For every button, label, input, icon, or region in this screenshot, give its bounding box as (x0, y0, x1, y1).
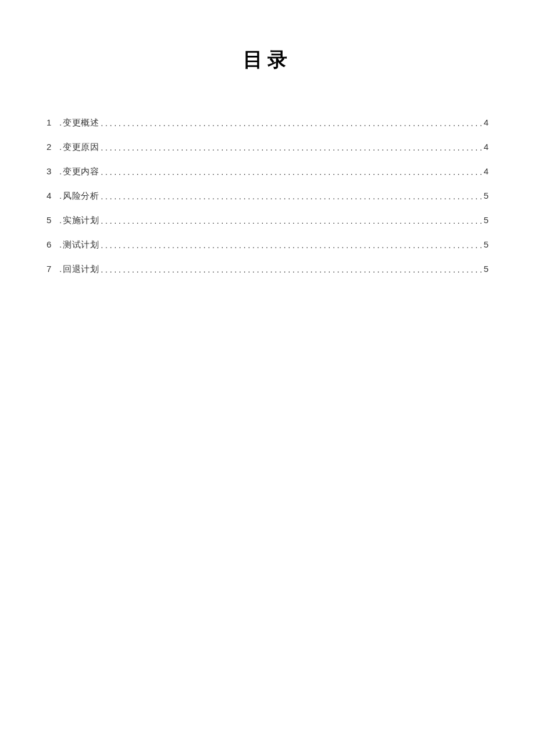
toc-leader (101, 117, 482, 129)
page-title: 目录 (0, 46, 535, 73)
toc-number: 3 (47, 165, 55, 177)
toc-label: 变更概述 (63, 117, 99, 129)
toc-leader (101, 214, 482, 227)
toc-leader (101, 263, 482, 275)
toc-leader (101, 141, 482, 153)
toc-number: 7 (47, 263, 55, 275)
toc-leader (101, 239, 482, 251)
toc-separator: . (59, 141, 62, 153)
toc-entry: 1 . 变更概述 4 (47, 116, 488, 129)
toc-number: 4 (47, 189, 55, 202)
toc-separator: . (59, 165, 62, 177)
toc-entry: 5 . 实施计划 5 (47, 214, 488, 227)
toc-entry: 3 . 变更内容 4 (47, 165, 488, 178)
table-of-contents: 1 . 变更概述 4 2 . 变更原因 4 3 . 变更内容 4 4 . 风险分… (0, 116, 535, 275)
toc-leader (101, 190, 482, 202)
toc-separator: . (59, 189, 62, 202)
toc-page-number: 5 (483, 214, 488, 226)
toc-label: 变更原因 (63, 141, 99, 153)
toc-page-number: 5 (483, 238, 488, 250)
toc-page-number: 4 (483, 165, 488, 177)
toc-number: 5 (47, 214, 55, 226)
toc-separator: . (59, 263, 62, 275)
toc-label: 实施计划 (63, 214, 99, 227)
toc-label: 变更内容 (63, 166, 99, 178)
toc-number: 1 (47, 116, 55, 128)
toc-entry: 4 . 风险分析 5 (47, 189, 488, 202)
toc-entry: 7 . 回退计划 5 (47, 263, 488, 275)
toc-page-number: 5 (483, 263, 488, 275)
toc-page-number: 5 (483, 189, 488, 202)
toc-separator: . (59, 116, 62, 128)
toc-separator: . (59, 238, 62, 250)
toc-separator: . (59, 214, 62, 226)
toc-label: 测试计划 (63, 239, 99, 251)
toc-number: 6 (47, 238, 55, 250)
toc-entry: 6 . 测试计划 5 (47, 238, 488, 251)
toc-page-number: 4 (483, 141, 488, 153)
toc-leader (101, 166, 482, 178)
toc-entry: 2 . 变更原因 4 (47, 141, 488, 153)
toc-page-number: 4 (483, 116, 488, 128)
toc-label: 风险分析 (63, 190, 99, 202)
toc-label: 回退计划 (63, 263, 99, 275)
toc-number: 2 (47, 141, 55, 153)
